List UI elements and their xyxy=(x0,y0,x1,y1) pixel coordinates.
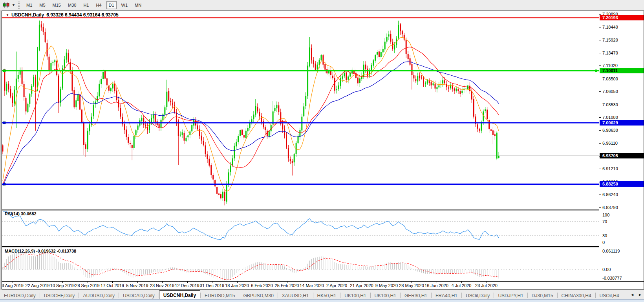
toolbar-grip xyxy=(18,2,20,9)
macd-scale-label: 0.061119 xyxy=(602,249,620,253)
timeframe-button-D1[interactable]: D1 xyxy=(106,1,117,9)
chart-tab-UK100-H1[interactable]: UK100,H1 xyxy=(371,291,400,299)
price-tick-label: 7.11020 xyxy=(602,63,618,68)
price-tick-label: 7.03530 xyxy=(602,102,618,107)
date-label: 2 Apr 2020 xyxy=(326,283,347,288)
chart-tab-XAUUSD-H1[interactable]: XAUUSD,H1 xyxy=(278,291,313,299)
axis-tick-mark xyxy=(599,79,601,79)
axis-tick-mark xyxy=(599,117,601,118)
price-tick-label: 7.13470 xyxy=(602,51,618,55)
timeframe-button-W1[interactable]: W1 xyxy=(119,1,130,9)
date-label: 16 Jun 2020 xyxy=(424,283,448,288)
rsi-scale-label: 100 xyxy=(602,213,609,217)
price-badge-6.93705: 6.93705 xyxy=(600,153,644,158)
rsi-scale-label: 0 xyxy=(602,240,605,245)
axis-tick-mark xyxy=(599,91,601,92)
rsi-pane-canvas[interactable] xyxy=(2,211,599,246)
date-label: 23 Jul 2020 xyxy=(475,283,498,288)
price-tick-label: 7.18440 xyxy=(602,25,618,29)
chart-tab-bar: EURUSD,DailyUSDCHF,DailyAUDUSD,DailyUSDC… xyxy=(0,290,644,299)
date-label: 5 Nov 2019 xyxy=(126,283,148,288)
axis-tick-mark xyxy=(599,14,601,15)
rsi-scale-label: 70 xyxy=(602,219,607,224)
date-label: 9 May 2020 xyxy=(375,283,398,288)
chevron-down-icon: ▼ xyxy=(12,3,15,7)
chart-tab-FRA40-H1[interactable]: FRA40,H1 xyxy=(432,291,461,299)
axis-tick-mark xyxy=(599,65,601,66)
timeframe-button-H1[interactable]: H1 xyxy=(81,1,91,9)
chart-window: ▼ USDCNH,Daily 6.93326 6.94434 6.93164 6… xyxy=(2,11,644,289)
price-badge-7.10011: 7.10011 xyxy=(600,68,644,73)
chart-symbol-label: USDCNH,Daily xyxy=(11,12,44,18)
chart-tab-USDCNH-Daily[interactable]: USDCNH,Daily xyxy=(159,290,200,299)
date-label: 6 Feb 2020 xyxy=(251,283,273,288)
price-badge-7.20193: 7.20193 xyxy=(600,15,644,20)
macd-scale-label: -0.038777 xyxy=(602,276,622,280)
macd-label: MACD(12,26,9) -0.019632 -0.013738 xyxy=(5,249,76,253)
macd-pane-canvas[interactable] xyxy=(2,248,599,281)
timeframe-button-H4[interactable]: H4 xyxy=(93,1,104,9)
timeframe-button-M30[interactable]: M30 xyxy=(66,1,79,9)
axis-tick-mark xyxy=(599,143,601,144)
chart-tab-USOil-H4[interactable]: USOil,H4 xyxy=(596,291,623,299)
macd-scale-label: 0.00 xyxy=(602,267,611,272)
chart-tab-EURUSD-M15[interactable]: EURUSD,M15 xyxy=(201,291,239,299)
chart-tab-USDJPY-H1[interactable]: USDJPY,H1 xyxy=(494,291,527,299)
chart-type-dropdown[interactable]: ▼ xyxy=(2,1,16,9)
chart-tab-UK100-H1[interactable]: UK100,H1 xyxy=(340,291,370,299)
date-label: 25 Feb 2020 xyxy=(275,283,299,288)
chart-title: ▼ USDCNH,Daily 6.93326 6.94434 6.93164 6… xyxy=(6,12,119,18)
date-label: 23 Nov 2019 xyxy=(150,283,174,288)
tab-scroll-left-icon[interactable]: ◀ xyxy=(629,291,635,298)
price-tick-label: 7.01080 xyxy=(602,115,618,120)
top-toolbar: ▼ M1M5M15M30H1H4D1W1MN xyxy=(0,0,644,10)
chart-tab-CHINA300-H4[interactable]: CHINA300,H4 xyxy=(558,291,595,299)
price-tick-label: 6.96110 xyxy=(602,141,618,146)
timeframe-button-MN[interactable]: MN xyxy=(132,1,144,9)
price-tick-label: 7.06050 xyxy=(602,89,618,94)
timeframe-button-M15[interactable]: M15 xyxy=(50,1,63,9)
axis-tick-mark xyxy=(599,40,601,40)
price-scale[interactable]: 7.208907.184407.159207.134707.110207.085… xyxy=(599,11,644,281)
collapse-triangle-icon: ▼ xyxy=(6,13,9,17)
chart-tab-HK50-H1[interactable]: HK50,H1 xyxy=(313,291,340,299)
timeframe-button-M5[interactable]: M5 xyxy=(37,1,48,9)
axis-tick-mark xyxy=(599,207,601,208)
axis-tick-mark xyxy=(599,53,601,53)
date-axis: 3 Aug 201922 Aug 201910 Sep 201928 Sep 2… xyxy=(2,281,644,289)
chart-tab-DJ30-M15[interactable]: DJ30,M15 xyxy=(528,291,557,299)
date-label: 28 Sep 2019 xyxy=(75,283,99,288)
axis-tick-mark xyxy=(599,130,601,131)
chart-tab-GBPUSD-M30[interactable]: GBPUSD,M30 xyxy=(239,291,277,299)
price-badge-6.88250: 6.88250 xyxy=(600,181,644,187)
chart-tab-USDCHF-Daily[interactable]: USDCHF,Daily xyxy=(40,291,79,299)
axis-tick-mark xyxy=(599,169,601,169)
date-label: 4 Jul 2020 xyxy=(452,283,472,288)
chart-tab-GER30-H1[interactable]: GER30,H1 xyxy=(401,291,431,299)
tab-scroll-right-icon[interactable]: ▶ xyxy=(637,291,643,298)
date-label: 18 Jan 2020 xyxy=(225,283,249,288)
price-badge-7.00029: 7.00029 xyxy=(600,120,644,126)
date-label: 22 Aug 2019 xyxy=(26,283,50,288)
date-label: 31 Dec 2019 xyxy=(200,283,224,288)
axis-tick-mark xyxy=(599,195,601,195)
date-label: 21 Apr 2020 xyxy=(350,283,373,288)
price-tick-label: 6.98630 xyxy=(602,128,618,133)
date-label: 14 Mar 2020 xyxy=(300,283,324,288)
price-tick-label: 6.83790 xyxy=(602,205,618,210)
main-chart-canvas[interactable] xyxy=(2,11,599,209)
price-tick-label: 7.15920 xyxy=(602,38,618,42)
date-label: 17 Oct 2019 xyxy=(101,283,124,288)
chart-tab-USDCAD-Daily[interactable]: USDCAD,Daily xyxy=(119,291,159,299)
axis-tick-mark xyxy=(599,27,601,27)
chart-tab-USOil-Daily[interactable]: USOil,Daily xyxy=(462,291,494,299)
date-label: 3 Aug 2019 xyxy=(2,283,24,288)
price-tick-label: 6.86240 xyxy=(602,192,618,197)
axis-tick-mark xyxy=(599,105,601,105)
rsi-scale-label: 30 xyxy=(602,233,607,238)
price-tick-label: 7.08500 xyxy=(602,76,618,81)
chart-tab-AUDUSD-Daily[interactable]: AUDUSD,Daily xyxy=(79,291,119,299)
timeframe-button-M1[interactable]: M1 xyxy=(24,1,35,9)
status-bar xyxy=(0,299,644,302)
chart-tab-EURUSD-Daily[interactable]: EURUSD,Daily xyxy=(0,291,40,299)
